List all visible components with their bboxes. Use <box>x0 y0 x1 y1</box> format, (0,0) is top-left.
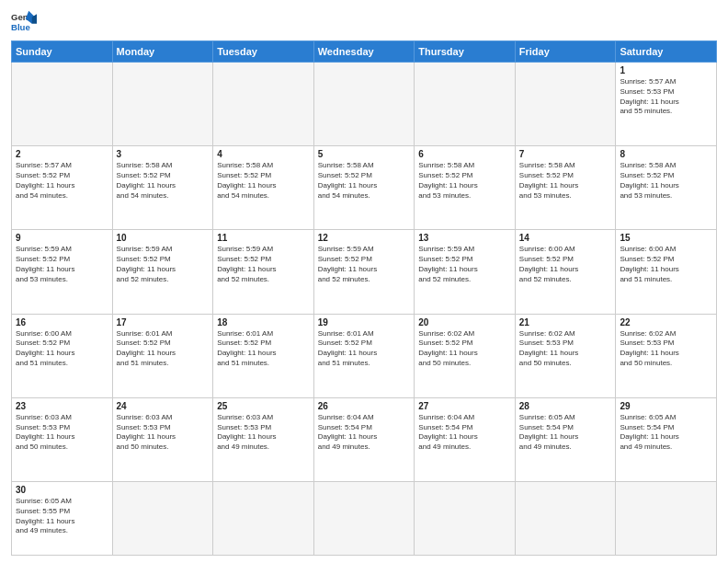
day-info: Sunrise: 6:00 AM Sunset: 5:52 PM Dayligh… <box>16 329 108 369</box>
weekday-header: Saturday <box>616 41 717 63</box>
day-number: 16 <box>16 317 108 327</box>
day-number: 9 <box>16 233 108 243</box>
calendar-cell <box>12 63 113 146</box>
calendar-cell <box>112 481 213 555</box>
day-info: Sunrise: 5:59 AM Sunset: 5:52 PM Dayligh… <box>117 245 210 284</box>
calendar-cell: 6Sunrise: 5:58 AM Sunset: 5:52 PM Daylig… <box>415 146 516 230</box>
calendar-cell: 4Sunrise: 5:58 AM Sunset: 5:52 PM Daylig… <box>213 146 314 230</box>
day-number: 29 <box>620 401 712 411</box>
calendar-cell <box>616 481 717 555</box>
day-number: 2 <box>16 149 108 159</box>
calendar-cell: 13Sunrise: 5:59 AM Sunset: 5:52 PM Dayli… <box>415 230 516 314</box>
calendar-cell: 10Sunrise: 5:59 AM Sunset: 5:52 PM Dayli… <box>112 230 213 314</box>
day-number: 21 <box>519 317 612 327</box>
day-number: 28 <box>519 401 612 411</box>
day-info: Sunrise: 6:03 AM Sunset: 5:53 PM Dayligh… <box>117 413 210 453</box>
day-info: Sunrise: 6:03 AM Sunset: 5:53 PM Dayligh… <box>16 413 108 453</box>
day-info: Sunrise: 5:58 AM Sunset: 5:52 PM Dayligh… <box>117 161 210 201</box>
day-info: Sunrise: 5:57 AM Sunset: 5:52 PM Dayligh… <box>16 161 108 201</box>
day-info: Sunrise: 6:01 AM Sunset: 5:52 PM Dayligh… <box>318 329 411 369</box>
calendar-cell <box>415 481 516 555</box>
calendar-cell: 28Sunrise: 6:05 AM Sunset: 5:54 PM Dayli… <box>515 397 616 481</box>
calendar-cell: 21Sunrise: 6:02 AM Sunset: 5:53 PM Dayli… <box>515 314 616 397</box>
calendar-cell: 9Sunrise: 5:59 AM Sunset: 5:52 PM Daylig… <box>12 230 113 314</box>
calendar-cell: 14Sunrise: 6:00 AM Sunset: 5:52 PM Dayli… <box>515 230 616 314</box>
day-info: Sunrise: 5:58 AM Sunset: 5:52 PM Dayligh… <box>418 161 511 201</box>
calendar-cell <box>515 481 616 555</box>
calendar-cell: 24Sunrise: 6:03 AM Sunset: 5:53 PM Dayli… <box>112 397 213 481</box>
calendar-cell: 25Sunrise: 6:03 AM Sunset: 5:53 PM Dayli… <box>213 397 314 481</box>
day-number: 18 <box>217 317 310 327</box>
day-info: Sunrise: 6:02 AM Sunset: 5:52 PM Dayligh… <box>418 329 511 369</box>
day-number: 27 <box>418 401 511 411</box>
weekday-header: Sunday <box>12 41 113 63</box>
day-info: Sunrise: 6:02 AM Sunset: 5:53 PM Dayligh… <box>620 329 712 369</box>
calendar-cell: 19Sunrise: 6:01 AM Sunset: 5:52 PM Dayli… <box>313 314 415 397</box>
calendar-cell: 29Sunrise: 6:05 AM Sunset: 5:54 PM Dayli… <box>616 397 717 481</box>
day-info: Sunrise: 6:05 AM Sunset: 5:55 PM Dayligh… <box>16 497 108 536</box>
calendar-cell: 8Sunrise: 5:58 AM Sunset: 5:52 PM Daylig… <box>616 146 717 230</box>
calendar-cell <box>213 481 314 555</box>
day-info: Sunrise: 6:00 AM Sunset: 5:52 PM Dayligh… <box>620 245 712 284</box>
day-number: 12 <box>318 233 411 243</box>
day-number: 7 <box>519 149 612 159</box>
day-info: Sunrise: 5:58 AM Sunset: 5:52 PM Dayligh… <box>318 161 411 201</box>
day-number: 15 <box>620 233 712 243</box>
day-number: 3 <box>117 149 210 159</box>
day-info: Sunrise: 5:59 AM Sunset: 5:52 PM Dayligh… <box>418 245 511 284</box>
day-info: Sunrise: 6:03 AM Sunset: 5:53 PM Dayligh… <box>217 413 310 453</box>
day-number: 22 <box>620 317 712 327</box>
day-info: Sunrise: 5:59 AM Sunset: 5:52 PM Dayligh… <box>217 245 310 284</box>
day-info: Sunrise: 6:04 AM Sunset: 5:54 PM Dayligh… <box>318 413 411 453</box>
day-number: 14 <box>519 233 612 243</box>
calendar-cell: 18Sunrise: 6:01 AM Sunset: 5:52 PM Dayli… <box>213 314 314 397</box>
day-number: 5 <box>318 149 411 159</box>
day-info: Sunrise: 6:01 AM Sunset: 5:52 PM Dayligh… <box>117 329 210 369</box>
calendar-cell <box>213 63 314 146</box>
weekday-header: Thursday <box>415 41 516 63</box>
calendar-cell <box>415 63 516 146</box>
day-number: 30 <box>16 485 108 495</box>
day-number: 1 <box>620 65 712 75</box>
day-info: Sunrise: 5:58 AM Sunset: 5:52 PM Dayligh… <box>620 161 712 201</box>
calendar-cell <box>313 63 415 146</box>
calendar-cell: 26Sunrise: 6:04 AM Sunset: 5:54 PM Dayli… <box>313 397 415 481</box>
calendar-table: SundayMondayTuesdayWednesdayThursdayFrid… <box>11 40 717 556</box>
svg-text:Blue: Blue <box>11 22 30 32</box>
weekday-header: Friday <box>515 41 616 63</box>
day-info: Sunrise: 5:57 AM Sunset: 5:53 PM Dayligh… <box>620 77 712 117</box>
weekday-header: Wednesday <box>313 41 415 63</box>
calendar-cell: 23Sunrise: 6:03 AM Sunset: 5:53 PM Dayli… <box>12 397 113 481</box>
day-info: Sunrise: 6:05 AM Sunset: 5:54 PM Dayligh… <box>620 413 712 453</box>
day-number: 13 <box>418 233 511 243</box>
page: General Blue SundayMondayTuesdayWednesda… <box>0 0 728 563</box>
calendar-cell: 11Sunrise: 5:59 AM Sunset: 5:52 PM Dayli… <box>213 230 314 314</box>
logo-icon: General Blue <box>11 9 37 35</box>
logo: General Blue <box>11 9 37 35</box>
day-number: 4 <box>217 149 310 159</box>
calendar-cell: 16Sunrise: 6:00 AM Sunset: 5:52 PM Dayli… <box>12 314 113 397</box>
calendar-cell: 15Sunrise: 6:00 AM Sunset: 5:52 PM Dayli… <box>616 230 717 314</box>
day-number: 23 <box>16 401 108 411</box>
day-info: Sunrise: 6:01 AM Sunset: 5:52 PM Dayligh… <box>217 329 310 369</box>
day-info: Sunrise: 5:58 AM Sunset: 5:52 PM Dayligh… <box>217 161 310 201</box>
calendar-cell: 22Sunrise: 6:02 AM Sunset: 5:53 PM Dayli… <box>616 314 717 397</box>
weekday-header: Tuesday <box>213 41 314 63</box>
day-number: 26 <box>318 401 411 411</box>
day-number: 25 <box>217 401 310 411</box>
day-info: Sunrise: 6:00 AM Sunset: 5:52 PM Dayligh… <box>519 245 612 284</box>
calendar-cell: 5Sunrise: 5:58 AM Sunset: 5:52 PM Daylig… <box>313 146 415 230</box>
day-number: 19 <box>318 317 411 327</box>
calendar-cell: 20Sunrise: 6:02 AM Sunset: 5:52 PM Dayli… <box>415 314 516 397</box>
weekday-header: Monday <box>112 41 213 63</box>
day-number: 20 <box>418 317 511 327</box>
day-number: 10 <box>117 233 210 243</box>
day-info: Sunrise: 5:59 AM Sunset: 5:52 PM Dayligh… <box>16 245 108 284</box>
day-info: Sunrise: 6:02 AM Sunset: 5:53 PM Dayligh… <box>519 329 612 369</box>
calendar-cell <box>112 63 213 146</box>
day-info: Sunrise: 5:59 AM Sunset: 5:52 PM Dayligh… <box>318 245 411 284</box>
day-number: 8 <box>620 149 712 159</box>
day-number: 24 <box>117 401 210 411</box>
calendar-cell: 17Sunrise: 6:01 AM Sunset: 5:52 PM Dayli… <box>112 314 213 397</box>
day-info: Sunrise: 6:04 AM Sunset: 5:54 PM Dayligh… <box>418 413 511 453</box>
